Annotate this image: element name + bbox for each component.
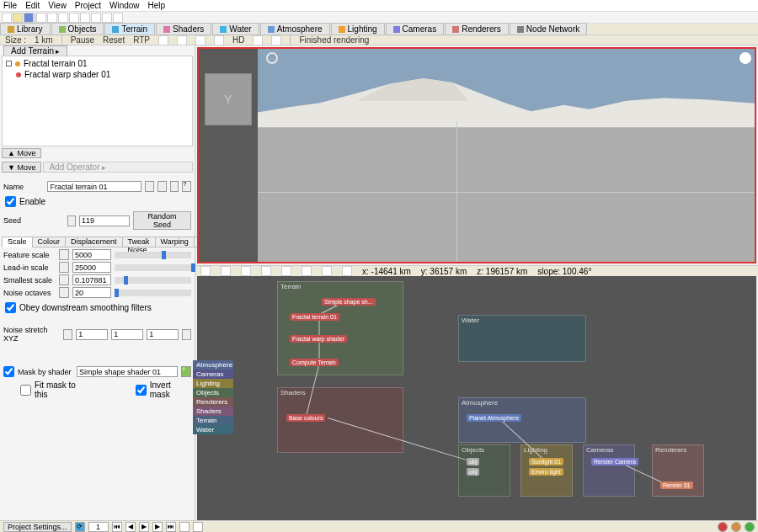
menu-view[interactable]: View: [48, 1, 67, 10]
proptab-scale[interactable]: Scale: [2, 237, 33, 247]
nodegroup-cameras[interactable]: Cameras: [583, 444, 635, 497]
open-icon[interactable]: [13, 13, 23, 23]
vp-tool-icon[interactable]: [200, 266, 211, 276]
node[interactable]: Sunlight 01: [529, 458, 563, 466]
menu-edit[interactable]: Edit: [25, 1, 40, 10]
add-operator-button[interactable]: Add Operator ▸: [43, 162, 193, 173]
stretch-z-input[interactable]: [147, 329, 179, 340]
tab-water[interactable]: Water: [212, 23, 259, 35]
node[interactable]: Render Camera: [591, 458, 638, 466]
new-icon[interactable]: [2, 13, 12, 23]
tool-icon[interactable]: [69, 13, 79, 23]
param-icon[interactable]: [157, 181, 167, 192]
fit-checkbox[interactable]: [20, 385, 31, 396]
prev-frame-icon[interactable]: ◀: [125, 522, 136, 532]
proptab-colour[interactable]: Colour: [32, 237, 67, 247]
nodecat-water[interactable]: Water: [193, 425, 233, 434]
frame-input[interactable]: [88, 522, 109, 532]
vp-tool-icon[interactable]: [281, 266, 291, 276]
nodecat-shaders[interactable]: Shaders: [193, 407, 233, 416]
menu-window[interactable]: Window: [109, 1, 140, 10]
random-seed-button[interactable]: Random Seed: [133, 211, 191, 230]
vp-tool-icon[interactable]: [221, 266, 231, 276]
spin-icon[interactable]: [63, 329, 72, 340]
tool-icon[interactable]: [80, 13, 90, 23]
tool-icon[interactable]: [58, 13, 68, 23]
node-tree[interactable]: Fractal terrain 01 Fractal warp shader 0…: [2, 56, 193, 146]
tree-item[interactable]: Fractal terrain 01: [4, 58, 190, 69]
timeline-tool-icon[interactable]: [179, 522, 190, 532]
nodecat-atmosphere[interactable]: Atmosphere: [193, 360, 233, 370]
menu-help[interactable]: Help: [148, 1, 166, 10]
enable-checkbox[interactable]: [5, 196, 16, 207]
tool-icon[interactable]: [113, 13, 123, 23]
menu-file[interactable]: File: [3, 1, 17, 10]
help-icon[interactable]: ?: [182, 181, 191, 192]
proptab-tweak noise[interactable]: Tweak Noise: [122, 237, 156, 247]
prop-input[interactable]: [72, 274, 111, 285]
mask-checkbox[interactable]: [3, 366, 14, 377]
tool-icon[interactable]: [253, 35, 263, 45]
tree-item[interactable]: Fractal warp shader 01: [4, 69, 190, 80]
move-up-button[interactable]: ▲ Move: [2, 148, 41, 158]
spin-icon[interactable]: [182, 329, 191, 340]
rtp-button[interactable]: RTP: [133, 35, 150, 45]
node[interactable]: Simple shape sh...: [322, 298, 376, 306]
vp-tool-icon[interactable]: [302, 266, 312, 276]
proptab-displacement[interactable]: Displacement: [65, 237, 123, 247]
tool-icon[interactable]: [158, 35, 168, 45]
menu-project[interactable]: Project: [75, 1, 101, 10]
tool-icon[interactable]: [91, 13, 101, 23]
prop-input[interactable]: [72, 262, 111, 273]
timeline-icon[interactable]: ⟳: [75, 522, 85, 532]
vp-tool-icon[interactable]: [322, 266, 332, 276]
nodecat-cameras[interactable]: Cameras: [193, 370, 233, 379]
node[interactable]: Render 01: [660, 481, 693, 489]
spin-icon[interactable]: [59, 287, 69, 298]
timeline-tool-icon[interactable]: [193, 522, 203, 532]
spin-icon[interactable]: [67, 215, 76, 226]
prop-slider[interactable]: [115, 277, 191, 284]
invert-checkbox[interactable]: [136, 385, 147, 396]
add-icon[interactable]: +: [181, 366, 191, 377]
param-icon[interactable]: [170, 181, 179, 192]
tab-renderers[interactable]: Renderers: [445, 23, 509, 35]
nodecat-objects[interactable]: Objects: [193, 388, 233, 397]
tab-node-network[interactable]: Node Network: [510, 23, 587, 35]
tab-cameras[interactable]: Cameras: [386, 23, 445, 35]
project-settings-button[interactable]: Project Settings...: [3, 522, 72, 532]
undo-icon[interactable]: [36, 13, 46, 23]
stretch-x-input[interactable]: [76, 329, 108, 340]
mask-input[interactable]: [77, 366, 178, 377]
node[interactable]: obj: [467, 458, 479, 466]
spin-icon[interactable]: [59, 262, 69, 273]
tab-shaders[interactable]: Shaders: [156, 23, 211, 35]
obey-checkbox[interactable]: [5, 302, 16, 313]
spin-icon[interactable]: [59, 249, 69, 260]
node[interactable]: Base colours: [286, 414, 325, 422]
node[interactable]: Enviro light: [529, 468, 563, 476]
add-terrain-button[interactable]: Add Terrain ▸: [3, 45, 67, 56]
tab-objects[interactable]: Objects: [51, 23, 104, 35]
hd-button[interactable]: HD: [232, 35, 244, 45]
vp-tool-icon[interactable]: [342, 266, 352, 276]
seed-input[interactable]: [79, 215, 130, 226]
render-viewport[interactable]: Y: [197, 47, 756, 263]
node[interactable]: Fractal warp shader: [290, 335, 347, 343]
nodegroup-water[interactable]: Water: [458, 315, 586, 362]
tab-terrain[interactable]: Terrain: [104, 23, 155, 35]
node[interactable]: Fractal terrain 01: [290, 313, 339, 321]
first-frame-icon[interactable]: ⏮: [112, 522, 122, 532]
proptab-warping[interactable]: Warping: [155, 237, 195, 247]
tab-lighting[interactable]: Lighting: [331, 23, 385, 35]
save-icon[interactable]: [24, 13, 34, 23]
tool-icon[interactable]: [271, 35, 281, 45]
nodecat-terrain[interactable]: Terrain: [193, 416, 233, 425]
pause-button[interactable]: Pause: [71, 35, 94, 45]
last-frame-icon[interactable]: ⏭: [166, 522, 176, 532]
prop-input[interactable]: [72, 249, 111, 260]
node[interactable]: obj: [467, 468, 479, 476]
next-frame-icon[interactable]: ▶: [152, 522, 163, 532]
tab-library[interactable]: Library: [0, 23, 51, 35]
node[interactable]: Planet Atmosphere: [467, 414, 521, 422]
